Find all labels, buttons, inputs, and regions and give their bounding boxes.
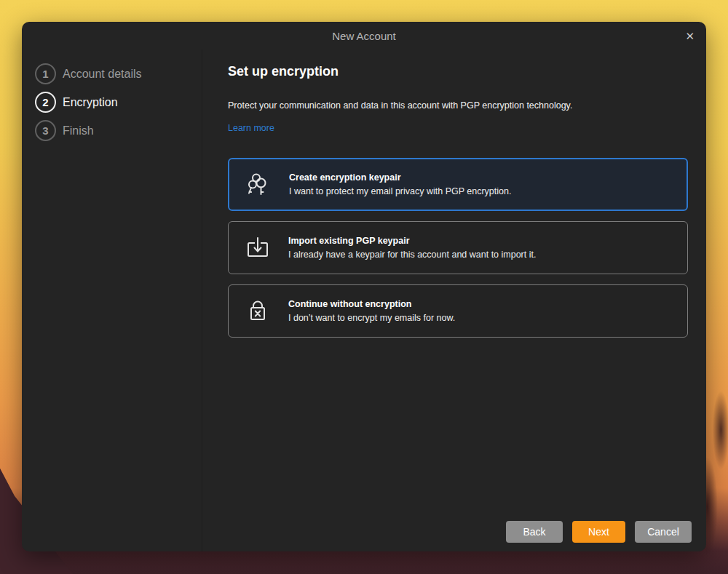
dialog-footer: Back Next Cancel: [506, 521, 692, 543]
option-text: Import existing PGP keypair I already ha…: [288, 236, 536, 260]
step-label: Encryption: [63, 96, 118, 109]
option-no-encryption[interactable]: Continue without encryption I don’t want…: [228, 284, 688, 338]
wizard-content: Set up encryption Protect your communica…: [202, 49, 706, 551]
dialog-title: New Account: [332, 30, 396, 42]
step-label: Account details: [63, 68, 142, 81]
wizard-steps-sidebar: 1 Account details 2 Encryption 3 Finish: [22, 49, 202, 551]
option-import-keypair[interactable]: Import existing PGP keypair I already ha…: [228, 221, 688, 274]
option-title: Import existing PGP keypair: [288, 236, 536, 246]
page-title: Set up encryption: [228, 64, 688, 79]
option-title: Create encryption keypair: [289, 172, 511, 183]
option-create-keypair[interactable]: Create encryption keypair I want to prot…: [228, 158, 688, 211]
step-number-badge: 2: [35, 92, 56, 113]
lock-x-icon: [245, 298, 271, 324]
option-text: Continue without encryption I don’t want…: [288, 299, 455, 323]
page-description: Protect your communication and data in t…: [228, 100, 688, 111]
learn-more-link[interactable]: Learn more: [228, 123, 274, 133]
encryption-options: Create encryption keypair I want to prot…: [228, 158, 688, 338]
close-button[interactable]: ✕: [685, 31, 695, 41]
next-button[interactable]: Next: [572, 521, 625, 543]
dialog-titlebar[interactable]: New Account ✕: [22, 22, 706, 49]
step-label: Finish: [63, 124, 94, 137]
step-encryption: 2 Encryption: [35, 88, 202, 116]
close-icon: ✕: [685, 30, 695, 42]
back-button[interactable]: Back: [506, 521, 563, 543]
dialog-body: 1 Account details 2 Encryption 3 Finish …: [22, 49, 706, 551]
option-text: Create encryption keypair I want to prot…: [289, 172, 511, 196]
option-description: I want to protect my email privacy with …: [289, 186, 511, 196]
option-description: I already have a keypair for this accoun…: [288, 250, 536, 260]
option-description: I don’t want to encrypt my emails for no…: [288, 313, 455, 323]
step-number-badge: 3: [35, 120, 56, 141]
keys-icon: [245, 172, 272, 198]
import-icon: [245, 235, 271, 261]
new-account-dialog: New Account ✕ 1 Account details 2 Encryp…: [22, 22, 706, 551]
step-finish: 3 Finish: [35, 116, 202, 145]
step-account-details: 1 Account details: [35, 60, 202, 88]
cancel-button[interactable]: Cancel: [635, 521, 692, 543]
option-title: Continue without encryption: [288, 299, 455, 309]
step-number-badge: 1: [35, 63, 56, 84]
